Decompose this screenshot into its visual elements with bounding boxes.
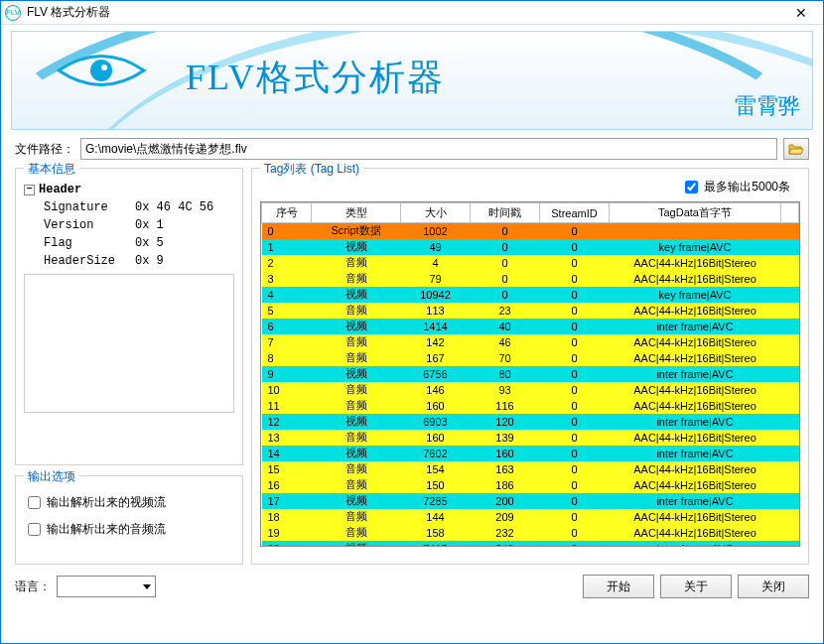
- table-cell: Script数据: [312, 223, 401, 239]
- table-row[interactable]: 6视频1414400inter frame|AVC: [262, 319, 799, 334]
- table-cell: 视频: [312, 366, 401, 382]
- table-cell: 12: [262, 414, 312, 430]
- table-cell: 0: [540, 366, 610, 382]
- output-legend: 输出选项: [24, 468, 79, 485]
- table-cell: 163: [471, 461, 540, 477]
- table-cell: [781, 525, 799, 541]
- table-cell: 7: [262, 334, 312, 350]
- table-cell: AAC|44-kHz|16Bit|Stereo: [610, 398, 781, 414]
- table-cell: [781, 287, 799, 303]
- table-cell: 1002: [401, 223, 471, 239]
- table-cell: 0: [540, 334, 610, 350]
- language-select[interactable]: [57, 576, 156, 597]
- table-row[interactable]: 1视频4900key frame|AVC: [262, 239, 799, 255]
- table-cell: 0: [540, 461, 610, 477]
- header-label: Header: [39, 181, 81, 198]
- column-header[interactable]: 序号: [262, 203, 312, 223]
- table-row[interactable]: 7音频142460AAC|44-kHz|16Bit|Stereo: [262, 334, 799, 350]
- close-icon[interactable]: ✕: [783, 1, 819, 25]
- table-row[interactable]: 3音频7900AAC|44-kHz|16Bit|Stereo: [262, 271, 799, 287]
- header-key: Version: [44, 216, 135, 234]
- table-cell: 0: [262, 223, 312, 239]
- table-row[interactable]: 19音频1582320AAC|44-kHz|16Bit|Stereo: [262, 525, 799, 541]
- header-val: 0x 46 4C 56: [135, 198, 213, 216]
- about-button[interactable]: 关于: [660, 575, 732, 598]
- table-row[interactable]: 16音频1501860AAC|44-kHz|16Bit|Stereo: [262, 477, 799, 493]
- table-cell: [781, 334, 799, 350]
- table-cell: inter frame|AVC: [610, 366, 781, 382]
- table-cell: 150: [401, 477, 471, 493]
- table-cell: [781, 223, 799, 239]
- column-spacer: [781, 203, 799, 223]
- table-row[interactable]: 18音频1442090AAC|44-kHz|16Bit|Stereo: [262, 509, 799, 525]
- table-cell: 200: [471, 493, 540, 509]
- table-cell: 0: [471, 255, 540, 271]
- table-row[interactable]: 17视频72852000inter frame|AVC: [262, 493, 799, 509]
- column-header[interactable]: TagData首字节: [610, 203, 781, 223]
- table-cell: AAC|44-kHz|16Bit|Stereo: [610, 334, 781, 350]
- table-cell: 6756: [401, 366, 471, 382]
- table-cell: AAC|44-kHz|16Bit|Stereo: [610, 255, 781, 271]
- table-cell: 9: [262, 366, 312, 382]
- limit-checkbox[interactable]: 最多输出5000条: [685, 179, 790, 195]
- table-row[interactable]: 4视频1094200key frame|AVC: [262, 287, 799, 303]
- table-row[interactable]: 12视频69031200inter frame|AVC: [262, 414, 799, 430]
- banner-title: FLV格式分析器: [186, 54, 445, 102]
- eye-icon: [57, 50, 146, 91]
- table-cell: 音频: [312, 398, 401, 414]
- filepath-input[interactable]: [80, 138, 777, 160]
- table-cell: 80: [471, 366, 540, 382]
- table-cell: [781, 477, 799, 493]
- table-cell: 6: [262, 319, 312, 334]
- output-audio-checkbox[interactable]: 输出解析出来的音频流: [28, 521, 230, 538]
- table-cell: 19: [262, 525, 312, 541]
- column-header[interactable]: 大小: [401, 203, 471, 223]
- table-row[interactable]: 8音频167700AAC|44-kHz|16Bit|Stereo: [262, 350, 799, 366]
- header-key: Flag: [44, 234, 135, 252]
- table-row[interactable]: 9视频6756800inter frame|AVC: [262, 366, 799, 382]
- table-cell: 116: [471, 398, 540, 414]
- table-cell: 0: [471, 287, 540, 303]
- table-row[interactable]: 15音频1541630AAC|44-kHz|16Bit|Stereo: [262, 461, 799, 477]
- table-cell: 93: [471, 382, 540, 398]
- table-cell: 232: [471, 525, 540, 541]
- table-row[interactable]: 14视频76021600inter frame|AVC: [262, 446, 799, 461]
- table-cell: 14: [262, 446, 312, 461]
- table-cell: AAC|44-kHz|16Bit|Stereo: [610, 303, 781, 319]
- limit-input[interactable]: [685, 181, 698, 193]
- table-cell: 音频: [312, 509, 401, 525]
- start-button[interactable]: 开始: [583, 575, 654, 598]
- table-row[interactable]: 2音频400AAC|44-kHz|16Bit|Stereo: [262, 255, 799, 271]
- table-cell: 0: [540, 255, 610, 271]
- header-key: HeaderSize: [44, 252, 135, 270]
- banner-signature: 雷霄骅: [735, 91, 800, 121]
- table-cell: 音频: [312, 461, 401, 477]
- table-row[interactable]: 5音频113230AAC|44-kHz|16Bit|Stereo: [262, 303, 799, 319]
- table-cell: 142: [401, 334, 471, 350]
- column-header[interactable]: 类型: [312, 203, 401, 223]
- output-audio-input[interactable]: [28, 523, 41, 536]
- output-options-group: 输出选项 输出解析出来的视频流 输出解析出来的音频流: [15, 475, 243, 565]
- table-cell: 0: [540, 319, 610, 334]
- table-cell: 240: [471, 541, 540, 547]
- table-cell: 139: [471, 430, 540, 446]
- output-video-input[interactable]: [28, 496, 41, 509]
- table-cell: 视频: [312, 446, 401, 461]
- output-video-checkbox[interactable]: 输出解析出来的视频流: [28, 494, 230, 511]
- svg-point-1: [101, 64, 107, 70]
- table-row[interactable]: 10音频146930AAC|44-kHz|16Bit|Stereo: [262, 382, 799, 398]
- column-header[interactable]: 时间戳: [471, 203, 540, 223]
- close-button[interactable]: 关闭: [738, 575, 809, 598]
- taglist-scroll[interactable]: 序号类型大小时间戳StreamIDTagData首字节 0Script数据100…: [261, 202, 799, 546]
- table-cell: 15: [262, 461, 312, 477]
- table-row[interactable]: 11音频1601160AAC|44-kHz|16Bit|Stereo: [262, 398, 799, 414]
- table-cell: inter frame|AVC: [610, 541, 781, 547]
- browse-button[interactable]: [783, 138, 809, 160]
- table-cell: 49: [401, 239, 471, 255]
- table-row[interactable]: 20视频74172400inter frame|AVC: [262, 541, 799, 547]
- table-cell: 20: [262, 541, 312, 547]
- table-row[interactable]: 13音频1601390AAC|44-kHz|16Bit|Stereo: [262, 430, 799, 446]
- table-row[interactable]: 0Script数据100200: [262, 223, 799, 239]
- collapse-icon[interactable]: −: [24, 185, 35, 195]
- column-header[interactable]: StreamID: [540, 203, 610, 223]
